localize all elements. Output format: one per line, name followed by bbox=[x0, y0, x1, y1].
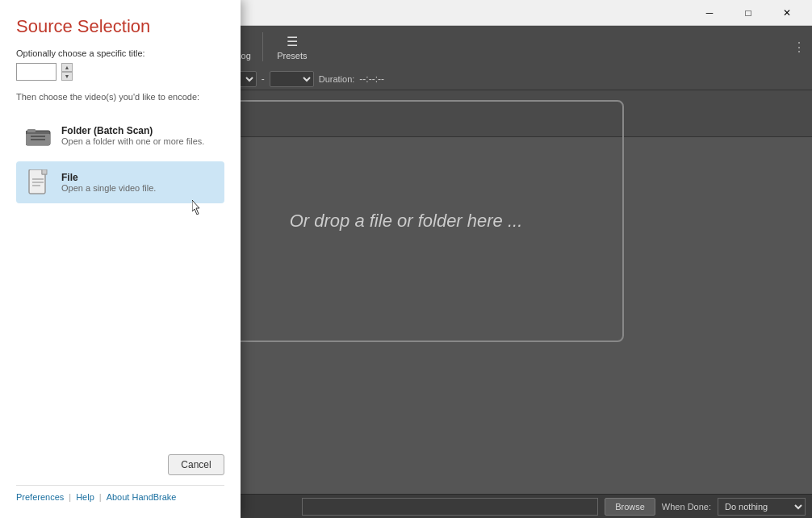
output-path-input[interactable] bbox=[302, 498, 599, 516]
folder-option-title: Folder (Batch Scan) bbox=[61, 125, 204, 136]
about-link[interactable]: About HandBrake bbox=[107, 492, 177, 502]
folder-option[interactable]: Folder (Batch Scan) Open a folder with o… bbox=[16, 115, 224, 157]
file-option-desc: Open a single video file. bbox=[61, 183, 156, 193]
folder-icon bbox=[26, 123, 52, 148]
when-done-select[interactable]: Do nothing Shutdown Sleep Quit HandBrake bbox=[718, 498, 806, 516]
drop-zone[interactable]: Or drop a file or folder here ... bbox=[188, 100, 624, 342]
footer-links: Preferences | Help | About HandBrake bbox=[16, 485, 224, 502]
preferences-link[interactable]: Preferences bbox=[16, 492, 64, 502]
window-controls: ─ □ ✕ bbox=[691, 0, 806, 26]
title-row: ▲ ▼ bbox=[16, 63, 224, 81]
cancel-wrapper: Cancel bbox=[16, 454, 224, 475]
help-link[interactable]: Help bbox=[76, 492, 94, 502]
file-option[interactable]: File Open a single video file. bbox=[16, 161, 224, 203]
minimize-button[interactable]: ─ bbox=[691, 0, 728, 26]
main-window: 🎬 HandBrake ─ □ ✕ ▶ Start Encode ⊞ Queue… bbox=[0, 0, 812, 518]
footer-sep-2: | bbox=[99, 492, 102, 502]
overlay-footer: Cancel Preferences | Help | About HandBr… bbox=[16, 446, 224, 502]
toolbar-menu-icon[interactable]: ⋮ bbox=[793, 40, 806, 55]
presets-label: Presets bbox=[277, 51, 307, 61]
source-selection-title: Source Selection bbox=[16, 16, 224, 37]
source-selection-panel: Source Selection Optionally choose a spe… bbox=[0, 0, 241, 518]
close-button[interactable]: ✕ bbox=[768, 0, 806, 26]
presets-icon: ☰ bbox=[283, 33, 302, 49]
svg-rect-5 bbox=[31, 139, 45, 140]
drop-zone-text: Or drop a file or folder here ... bbox=[290, 211, 523, 232]
folder-option-desc: Open a folder with one or more files. bbox=[61, 136, 204, 146]
toolbar-sep-4 bbox=[262, 32, 263, 61]
presets-button[interactable]: ☰ Presets bbox=[268, 29, 316, 65]
file-option-text: File Open a single video file. bbox=[61, 172, 156, 193]
title-input[interactable] bbox=[16, 63, 57, 81]
file-icon bbox=[26, 169, 52, 195]
spinner-up[interactable]: ▲ bbox=[61, 63, 73, 72]
title-spinner: ▲ ▼ bbox=[61, 63, 73, 81]
svg-rect-7 bbox=[42, 169, 47, 174]
when-done-label: When Done: bbox=[662, 502, 711, 512]
file-option-title: File bbox=[61, 172, 156, 183]
video-choose-label: Then choose the video(s) you'd like to e… bbox=[16, 92, 224, 102]
svg-rect-4 bbox=[31, 136, 45, 137]
browse-button[interactable]: Browse bbox=[605, 498, 655, 516]
maximize-button[interactable]: □ bbox=[730, 0, 767, 26]
spinner-down[interactable]: ▼ bbox=[61, 72, 73, 81]
cancel-button[interactable]: Cancel bbox=[168, 454, 224, 475]
footer-sep-1: | bbox=[69, 492, 71, 502]
svg-rect-3 bbox=[27, 129, 36, 132]
title-choose-label: Optionally choose a specific title: bbox=[16, 48, 224, 58]
folder-option-text: Folder (Batch Scan) Open a folder with o… bbox=[61, 125, 204, 146]
